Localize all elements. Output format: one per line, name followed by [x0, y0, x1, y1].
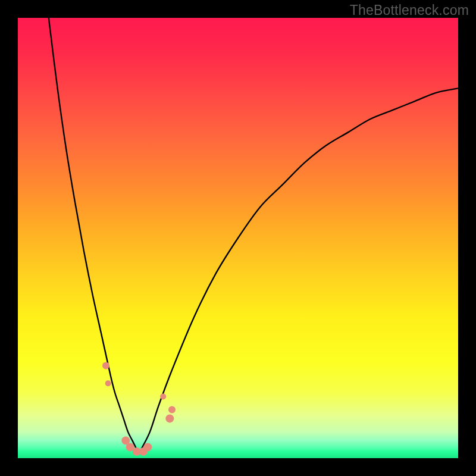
data-marker	[105, 380, 111, 386]
data-marker	[165, 414, 174, 422]
curve-right-branch	[139, 88, 459, 453]
data-marker	[160, 393, 166, 399]
curve-left-branch	[49, 18, 139, 454]
plot-svg	[18, 18, 458, 458]
credit-label: TheBottleneck.com	[350, 2, 469, 18]
plot-area	[18, 18, 458, 458]
data-marker	[102, 362, 109, 369]
data-marker	[143, 443, 152, 452]
marker-group	[102, 362, 176, 456]
data-marker	[168, 406, 176, 414]
chart-frame: TheBottleneck.com	[0, 0, 476, 476]
